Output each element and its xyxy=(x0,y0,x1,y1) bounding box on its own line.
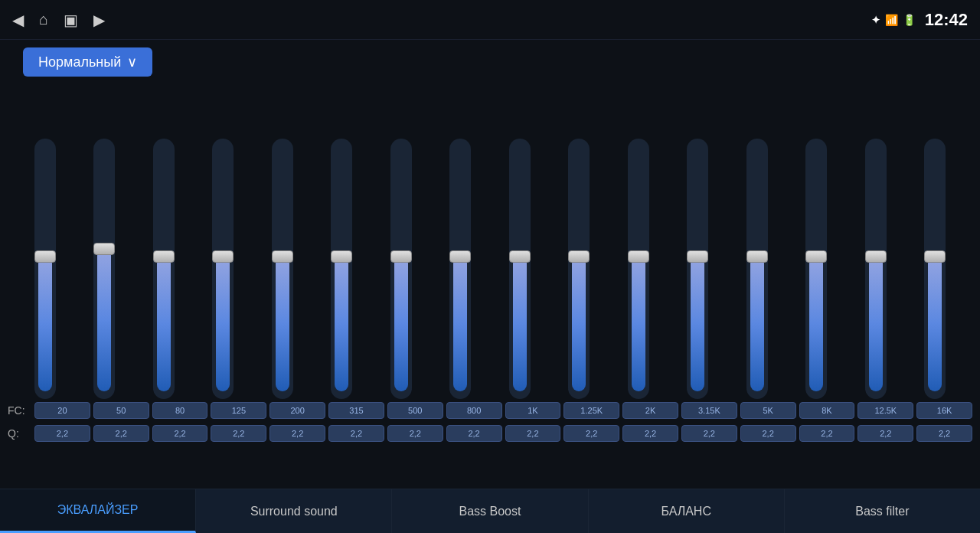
fc-badge-0[interactable]: 20 xyxy=(34,402,90,419)
play-icon[interactable]: ▶ xyxy=(93,11,105,29)
slider-track-7[interactable] xyxy=(449,139,471,399)
fc-badge-13[interactable]: 8K xyxy=(799,402,855,419)
slider-col-7[interactable] xyxy=(431,139,491,399)
slider-thumb-12[interactable] xyxy=(746,250,768,263)
slider-track-2[interactable] xyxy=(153,139,175,399)
slider-col-9[interactable] xyxy=(550,139,609,399)
slider-thumb-13[interactable] xyxy=(805,250,827,263)
slider-col-10[interactable] xyxy=(609,139,668,399)
tab-balance[interactable]: БАЛАНС xyxy=(589,489,785,533)
fc-badge-1[interactable]: 50 xyxy=(93,402,149,419)
slider-thumb-2[interactable] xyxy=(153,250,175,263)
status-right: ✦ 📶 🔋 12:42 xyxy=(871,10,968,30)
tab-equalizer[interactable]: ЭКВАЛАЙЗЕР xyxy=(0,489,196,533)
fc-badge-6[interactable]: 500 xyxy=(387,402,443,419)
q-badge-12[interactable]: 2,2 xyxy=(740,425,796,442)
fc-badge-3[interactable]: 125 xyxy=(211,402,266,419)
q-badge-10[interactable]: 2,2 xyxy=(622,425,678,442)
slider-track-3[interactable] xyxy=(212,139,234,399)
slider-track-4[interactable] xyxy=(272,139,293,399)
back-icon[interactable]: ◀ xyxy=(12,11,24,29)
slider-track-12[interactable] xyxy=(746,139,768,399)
slider-thumb-7[interactable] xyxy=(449,250,471,263)
slider-thumb-0[interactable] xyxy=(34,250,56,263)
slider-track-9[interactable] xyxy=(568,139,590,399)
slider-col-6[interactable] xyxy=(371,139,431,399)
slider-track-6[interactable] xyxy=(390,139,412,399)
q-badge-4[interactable]: 2,2 xyxy=(270,425,325,442)
slider-thumb-15[interactable] xyxy=(924,250,946,263)
slider-col-2[interactable] xyxy=(134,139,194,399)
slider-col-11[interactable] xyxy=(668,139,728,399)
q-badge-11[interactable]: 2,2 xyxy=(681,425,737,442)
preset-button[interactable]: Нормальный ∨ xyxy=(23,47,152,77)
home-icon[interactable]: ⌂ xyxy=(39,11,48,28)
q-badge-1[interactable]: 2,2 xyxy=(93,425,149,442)
status-icons: ✦ 📶 🔋 xyxy=(871,14,916,26)
fc-badge-2[interactable]: 80 xyxy=(152,402,208,419)
tab-bassfilter[interactable]: Bass filter xyxy=(785,489,980,533)
q-badge-5[interactable]: 2,2 xyxy=(328,425,384,442)
fc-badge-4[interactable]: 200 xyxy=(270,402,325,419)
fc-badge-12[interactable]: 5K xyxy=(740,402,796,419)
slider-col-8[interactable] xyxy=(490,139,550,399)
slider-track-8[interactable] xyxy=(509,139,531,399)
q-badge-2[interactable]: 2,2 xyxy=(152,425,208,442)
slider-track-13[interactable] xyxy=(805,139,827,399)
slider-col-3[interactable] xyxy=(194,139,253,399)
fc-badge-11[interactable]: 3.15K xyxy=(681,402,737,419)
q-badge-14[interactable]: 2,2 xyxy=(858,425,913,442)
wifi-icon: 📶 xyxy=(885,14,898,26)
slider-col-5[interactable] xyxy=(312,139,372,399)
slider-fill-6 xyxy=(394,257,408,391)
bluetooth-icon: ✦ xyxy=(871,14,880,26)
slider-col-1[interactable] xyxy=(75,139,135,399)
slider-track-5[interactable] xyxy=(331,139,352,399)
q-badge-3[interactable]: 2,2 xyxy=(211,425,266,442)
tab-surround[interactable]: Surround sound xyxy=(196,489,392,533)
slider-fill-1 xyxy=(97,249,111,391)
fc-badge-9[interactable]: 1.25K xyxy=(564,402,619,419)
clock: 12:42 xyxy=(925,10,968,30)
slider-track-0[interactable] xyxy=(34,139,56,399)
slider-fill-5 xyxy=(335,257,348,391)
slider-track-10[interactable] xyxy=(628,139,649,399)
slider-thumb-11[interactable] xyxy=(687,250,708,263)
slider-thumb-9[interactable] xyxy=(568,250,590,263)
slider-thumb-14[interactable] xyxy=(865,250,887,263)
fc-badge-15[interactable]: 16K xyxy=(916,402,972,419)
q-badge-15[interactable]: 2,2 xyxy=(916,425,972,442)
q-badge-0[interactable]: 2,2 xyxy=(34,425,90,442)
fc-badge-14[interactable]: 12.5K xyxy=(858,402,913,419)
q-badge-7[interactable]: 2,2 xyxy=(446,425,502,442)
battery-icon: 🔋 xyxy=(903,14,916,26)
slider-thumb-3[interactable] xyxy=(212,250,234,263)
slider-col-0[interactable] xyxy=(15,139,75,399)
slider-col-4[interactable] xyxy=(253,139,312,399)
fc-badge-10[interactable]: 2K xyxy=(622,402,678,419)
fc-badge-5[interactable]: 315 xyxy=(328,402,384,419)
slider-thumb-5[interactable] xyxy=(331,250,352,263)
slider-track-1[interactable] xyxy=(93,139,115,399)
fc-badge-7[interactable]: 800 xyxy=(446,402,502,419)
slider-thumb-1[interactable] xyxy=(93,243,115,255)
slider-thumb-10[interactable] xyxy=(628,250,649,263)
slider-col-14[interactable] xyxy=(846,139,906,399)
slider-thumb-4[interactable] xyxy=(272,250,293,263)
slider-thumb-6[interactable] xyxy=(390,250,412,263)
q-badge-9[interactable]: 2,2 xyxy=(564,425,619,442)
tab-bassboost[interactable]: Bass Boost xyxy=(392,489,588,533)
preset-arrow: ∨ xyxy=(127,54,137,70)
slider-track-15[interactable] xyxy=(924,139,946,399)
window-icon[interactable]: ▣ xyxy=(64,11,78,29)
fc-badge-8[interactable]: 1K xyxy=(505,402,561,419)
q-badge-8[interactable]: 2,2 xyxy=(505,425,561,442)
q-badge-6[interactable]: 2,2 xyxy=(387,425,443,442)
slider-col-15[interactable] xyxy=(906,139,965,399)
slider-col-12[interactable] xyxy=(727,139,787,399)
q-badge-13[interactable]: 2,2 xyxy=(799,425,855,442)
slider-track-14[interactable] xyxy=(865,139,887,399)
slider-thumb-8[interactable] xyxy=(509,250,531,263)
slider-col-13[interactable] xyxy=(787,139,847,399)
slider-track-11[interactable] xyxy=(687,139,708,399)
